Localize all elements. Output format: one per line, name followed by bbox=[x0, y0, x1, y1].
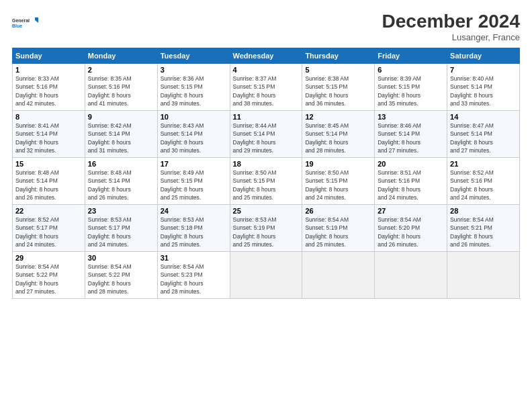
day-number: 10 bbox=[161, 113, 227, 121]
day-number: 29 bbox=[15, 254, 82, 262]
day-info: Sunrise: 8:48 AMSunset: 5:14 PMDaylight:… bbox=[15, 169, 59, 201]
day-info: Sunrise: 8:46 AMSunset: 5:14 PMDaylight:… bbox=[378, 122, 421, 154]
svg-text:General: General bbox=[12, 18, 30, 23]
day-info: Sunrise: 8:52 AMSunset: 5:16 PMDaylight:… bbox=[450, 169, 494, 201]
day-number: 8 bbox=[15, 113, 82, 121]
day-info: Sunrise: 8:33 AMSunset: 5:16 PMDaylight:… bbox=[15, 75, 59, 107]
calendar-cell bbox=[375, 252, 447, 299]
calendar-cell bbox=[230, 252, 302, 299]
day-number: 5 bbox=[305, 66, 371, 74]
day-number: 3 bbox=[161, 66, 227, 74]
day-number: 15 bbox=[15, 160, 82, 168]
col-wednesday: Wednesday bbox=[230, 48, 302, 64]
calendar-cell: 5Sunrise: 8:38 AMSunset: 5:15 PMDaylight… bbox=[302, 64, 375, 111]
calendar-cell: 2Sunrise: 8:35 AMSunset: 5:16 PMDaylight… bbox=[85, 64, 157, 111]
day-number: 20 bbox=[378, 160, 444, 168]
day-info: Sunrise: 8:50 AMSunset: 5:15 PMDaylight:… bbox=[305, 169, 349, 201]
calendar-cell: 22Sunrise: 8:52 AMSunset: 5:17 PMDayligh… bbox=[13, 205, 85, 252]
day-number: 2 bbox=[88, 66, 154, 74]
logo-svg: General Blue bbox=[12, 11, 39, 35]
calendar-cell: 14Sunrise: 8:47 AMSunset: 5:14 PMDayligh… bbox=[447, 111, 520, 158]
calendar-cell: 29Sunrise: 8:54 AMSunset: 5:22 PMDayligh… bbox=[13, 252, 85, 299]
day-info: Sunrise: 8:35 AMSunset: 5:16 PMDaylight:… bbox=[88, 75, 132, 107]
day-number: 22 bbox=[15, 207, 82, 215]
day-info: Sunrise: 8:41 AMSunset: 5:14 PMDaylight:… bbox=[15, 122, 59, 154]
day-number: 4 bbox=[233, 66, 300, 74]
calendar-cell: 7Sunrise: 8:40 AMSunset: 5:14 PMDaylight… bbox=[447, 64, 520, 111]
calendar-cell: 18Sunrise: 8:50 AMSunset: 5:15 PMDayligh… bbox=[230, 158, 302, 205]
day-number: 12 bbox=[305, 113, 371, 121]
calendar-cell: 24Sunrise: 8:53 AMSunset: 5:18 PMDayligh… bbox=[157, 205, 230, 252]
calendar-cell: 12Sunrise: 8:45 AMSunset: 5:14 PMDayligh… bbox=[302, 111, 375, 158]
calendar-row-4: 29Sunrise: 8:54 AMSunset: 5:22 PMDayligh… bbox=[13, 252, 520, 299]
day-number: 31 bbox=[161, 254, 227, 262]
calendar-cell: 20Sunrise: 8:51 AMSunset: 5:16 PMDayligh… bbox=[375, 158, 447, 205]
day-info: Sunrise: 8:52 AMSunset: 5:17 PMDaylight:… bbox=[15, 216, 59, 248]
calendar-row-0: 1Sunrise: 8:33 AMSunset: 5:16 PMDaylight… bbox=[13, 64, 520, 111]
day-number: 18 bbox=[233, 160, 300, 168]
calendar-cell: 1Sunrise: 8:33 AMSunset: 5:16 PMDaylight… bbox=[13, 64, 85, 111]
day-info: Sunrise: 8:49 AMSunset: 5:15 PMDaylight:… bbox=[161, 169, 204, 201]
calendar-cell: 28Sunrise: 8:54 AMSunset: 5:21 PMDayligh… bbox=[447, 205, 520, 252]
day-number: 9 bbox=[88, 113, 154, 121]
day-info: Sunrise: 8:50 AMSunset: 5:15 PMDaylight:… bbox=[233, 169, 277, 201]
calendar-cell: 19Sunrise: 8:50 AMSunset: 5:15 PMDayligh… bbox=[302, 158, 375, 205]
title-block: December 2024 Lusanger, France bbox=[382, 11, 520, 42]
day-info: Sunrise: 8:53 AMSunset: 5:18 PMDaylight:… bbox=[161, 216, 204, 248]
day-number: 21 bbox=[450, 160, 517, 168]
day-info: Sunrise: 8:36 AMSunset: 5:15 PMDaylight:… bbox=[161, 75, 204, 107]
day-info: Sunrise: 8:39 AMSunset: 5:15 PMDaylight:… bbox=[378, 75, 421, 107]
calendar-cell: 13Sunrise: 8:46 AMSunset: 5:14 PMDayligh… bbox=[375, 111, 447, 158]
day-number: 25 bbox=[233, 207, 300, 215]
calendar-cell: 15Sunrise: 8:48 AMSunset: 5:14 PMDayligh… bbox=[13, 158, 85, 205]
day-info: Sunrise: 8:37 AMSunset: 5:15 PMDaylight:… bbox=[233, 75, 277, 107]
day-info: Sunrise: 8:54 AMSunset: 5:22 PMDaylight:… bbox=[88, 263, 132, 295]
col-monday: Monday bbox=[85, 48, 157, 64]
calendar-cell: 17Sunrise: 8:49 AMSunset: 5:15 PMDayligh… bbox=[157, 158, 230, 205]
day-number: 11 bbox=[233, 113, 300, 121]
day-info: Sunrise: 8:54 AMSunset: 5:19 PMDaylight:… bbox=[305, 216, 349, 248]
day-number: 30 bbox=[88, 254, 154, 262]
day-number: 23 bbox=[88, 207, 154, 215]
day-info: Sunrise: 8:44 AMSunset: 5:14 PMDaylight:… bbox=[233, 122, 277, 154]
calendar-cell: 4Sunrise: 8:37 AMSunset: 5:15 PMDaylight… bbox=[230, 64, 302, 111]
calendar-cell: 26Sunrise: 8:54 AMSunset: 5:19 PMDayligh… bbox=[302, 205, 375, 252]
calendar-cell: 8Sunrise: 8:41 AMSunset: 5:14 PMDaylight… bbox=[13, 111, 85, 158]
calendar-cell: 11Sunrise: 8:44 AMSunset: 5:14 PMDayligh… bbox=[230, 111, 302, 158]
calendar-row-2: 15Sunrise: 8:48 AMSunset: 5:14 PMDayligh… bbox=[13, 158, 520, 205]
day-info: Sunrise: 8:53 AMSunset: 5:19 PMDaylight:… bbox=[233, 216, 277, 248]
calendar-cell bbox=[302, 252, 375, 299]
col-friday: Friday bbox=[375, 48, 447, 64]
svg-text:Blue: Blue bbox=[12, 24, 22, 28]
day-number: 17 bbox=[161, 160, 227, 168]
day-info: Sunrise: 8:45 AMSunset: 5:14 PMDaylight:… bbox=[305, 122, 349, 154]
day-info: Sunrise: 8:54 AMSunset: 5:21 PMDaylight:… bbox=[450, 216, 494, 248]
day-number: 24 bbox=[161, 207, 227, 215]
day-info: Sunrise: 8:54 AMSunset: 5:20 PMDaylight:… bbox=[378, 216, 421, 248]
col-sunday: Sunday bbox=[13, 48, 85, 64]
day-info: Sunrise: 8:40 AMSunset: 5:14 PMDaylight:… bbox=[450, 75, 494, 107]
day-info: Sunrise: 8:42 AMSunset: 5:14 PMDaylight:… bbox=[88, 122, 132, 154]
day-number: 6 bbox=[378, 66, 444, 74]
header-row: Sunday Monday Tuesday Wednesday Thursday… bbox=[13, 48, 520, 64]
day-number: 26 bbox=[305, 207, 371, 215]
day-number: 19 bbox=[305, 160, 371, 168]
calendar-cell: 25Sunrise: 8:53 AMSunset: 5:19 PMDayligh… bbox=[230, 205, 302, 252]
day-info: Sunrise: 8:54 AMSunset: 5:23 PMDaylight:… bbox=[161, 263, 204, 295]
calendar-row-1: 8Sunrise: 8:41 AMSunset: 5:14 PMDaylight… bbox=[13, 111, 520, 158]
col-tuesday: Tuesday bbox=[157, 48, 230, 64]
day-number: 1 bbox=[15, 66, 82, 74]
calendar-cell: 27Sunrise: 8:54 AMSunset: 5:20 PMDayligh… bbox=[375, 205, 447, 252]
day-info: Sunrise: 8:47 AMSunset: 5:14 PMDaylight:… bbox=[450, 122, 494, 154]
logo: General Blue bbox=[12, 11, 39, 35]
day-number: 13 bbox=[378, 113, 444, 121]
svg-marker-2 bbox=[35, 17, 38, 23]
calendar-table: Sunday Monday Tuesday Wednesday Thursday… bbox=[12, 48, 520, 299]
calendar-cell: 3Sunrise: 8:36 AMSunset: 5:15 PMDaylight… bbox=[157, 64, 230, 111]
col-thursday: Thursday bbox=[302, 48, 375, 64]
day-number: 14 bbox=[450, 113, 517, 121]
day-number: 16 bbox=[88, 160, 154, 168]
calendar-cell bbox=[447, 252, 520, 299]
day-info: Sunrise: 8:51 AMSunset: 5:16 PMDaylight:… bbox=[378, 169, 421, 201]
calendar-cell: 10Sunrise: 8:43 AMSunset: 5:14 PMDayligh… bbox=[157, 111, 230, 158]
